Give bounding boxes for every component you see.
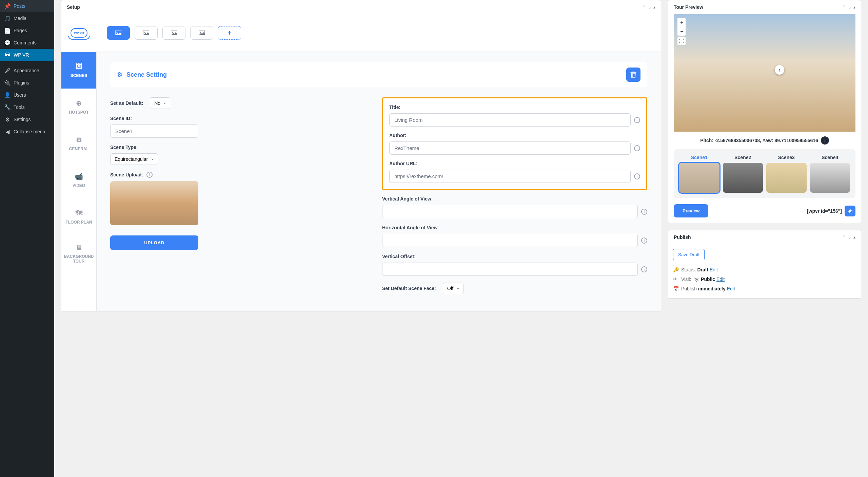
info-icon[interactable]: i — [146, 172, 153, 178]
panel-down-icon[interactable]: ⌄ — [648, 5, 651, 9]
plugins-icon: 🔌 — [4, 79, 11, 86]
strip-thumb-3[interactable] — [766, 163, 807, 193]
zoom-out-button[interactable]: − — [677, 27, 686, 36]
preview-button[interactable]: Preview — [674, 204, 708, 217]
menu-wpvr[interactable]: 🕶WP VR — [0, 49, 54, 61]
info-icon[interactable]: i — [634, 117, 640, 123]
info-icon[interactable]: i — [641, 266, 647, 272]
vertical-offset-label: Vertical Offset: — [382, 254, 647, 259]
edit-visibility-link[interactable]: Edit — [716, 276, 725, 282]
menu-plugins[interactable]: 🔌Plugins — [0, 77, 54, 89]
vertical-offset-input[interactable] — [382, 263, 638, 276]
upload-button[interactable]: UPLOAD — [110, 235, 198, 250]
menu-posts[interactable]: 📌Posts — [0, 0, 54, 12]
scene-tab-add[interactable]: + — [218, 26, 241, 40]
svg-point-3 — [144, 32, 145, 33]
scene-tab-3[interactable] — [162, 26, 185, 40]
scenes-icon: 🖼 — [76, 63, 82, 71]
set-default-select[interactable]: No — [150, 97, 170, 109]
author-input[interactable] — [389, 141, 631, 155]
preview-title: Tour Preview — [674, 4, 703, 10]
save-draft-button[interactable]: Save Draft — [673, 249, 705, 260]
title-label: Title: — [389, 104, 640, 110]
copy-shortcode-button[interactable] — [845, 206, 855, 216]
panel-toggle-icon[interactable]: ▴ — [853, 235, 855, 240]
appearance-icon: 🖌 — [4, 67, 11, 74]
arrow-down-icon[interactable]: ↓ — [821, 136, 829, 145]
menu-appearance[interactable]: 🖌Appearance — [0, 64, 54, 77]
calendar-icon: 📅 — [673, 286, 678, 291]
tab-floorplan[interactable]: 🗺 FLOOR PLAN — [61, 198, 96, 235]
info-icon[interactable]: i — [641, 209, 647, 215]
scene-type-label: Scene Type: — [110, 145, 375, 150]
svg-point-1 — [117, 32, 118, 33]
strip-thumb-1[interactable] — [679, 163, 719, 193]
scene-tab-4[interactable] — [190, 26, 213, 40]
comments-icon: 💬 — [4, 39, 11, 46]
info-icon[interactable]: i — [641, 237, 647, 244]
horizontal-angle-input[interactable] — [382, 234, 638, 247]
author-label: Author: — [389, 133, 640, 138]
video-icon: 📹 — [75, 172, 83, 180]
author-url-input[interactable] — [389, 170, 631, 183]
hotspot-marker[interactable]: ↑ — [775, 65, 784, 75]
panel-up-icon[interactable]: ⌃ — [843, 5, 846, 9]
image-icon — [115, 31, 121, 35]
scene-id-label: Scene ID: — [110, 116, 375, 121]
scene-tab-2[interactable] — [135, 26, 158, 40]
info-icon[interactable]: i — [634, 173, 640, 179]
edit-publish-link[interactable]: Edit — [727, 286, 735, 291]
tab-background[interactable]: 🖥 BACKGROUND TOUR — [61, 235, 96, 272]
vr-icon: 🕶 — [4, 52, 11, 58]
hotspot-icon: ⊕ — [76, 99, 82, 107]
vertical-angle-input[interactable] — [382, 205, 638, 218]
fullscreen-button[interactable]: ⛶ — [677, 37, 686, 45]
zoom-in-button[interactable]: + — [677, 18, 686, 27]
map-icon: 🗺 — [76, 209, 82, 217]
scene-type-select[interactable]: Equirectangular — [110, 153, 158, 165]
scene-upload-label: Scene Upload: — [110, 172, 143, 177]
panel-toggle-icon[interactable]: ▴ — [853, 5, 855, 9]
setup-title: Setup — [67, 4, 80, 10]
svg-point-7 — [200, 32, 201, 33]
scene-upload-thumbnail[interactable] — [110, 181, 198, 225]
svg-point-5 — [172, 32, 173, 33]
menu-collapse[interactable]: ◀Collapse menu — [0, 126, 54, 138]
menu-tools[interactable]: 🔧Tools — [0, 101, 54, 113]
menu-settings[interactable]: ⚙Settings — [0, 113, 54, 126]
settings-icon: ⚙ — [4, 116, 11, 123]
info-icon[interactable]: i — [634, 145, 640, 151]
panel-down-icon[interactable]: ⌄ — [848, 5, 851, 9]
tab-hotspot[interactable]: ⊕ HOTSPOT — [61, 89, 96, 125]
publish-title: Publish — [674, 234, 691, 240]
edit-status-link[interactable]: Edit — [710, 267, 718, 272]
menu-media[interactable]: 🎵Media — [0, 12, 54, 24]
author-url-label: Author URL: — [389, 161, 640, 166]
tab-video[interactable]: 📹 VIDEO — [61, 162, 96, 198]
strip-thumb-2[interactable] — [723, 163, 763, 193]
tab-scenes[interactable]: 🖼 SCENES — [61, 52, 96, 89]
panel-up-icon[interactable]: ⌃ — [843, 235, 846, 240]
media-icon: 🎵 — [4, 15, 11, 22]
wpvr-logo: WP VR — [67, 24, 91, 41]
panel-up-icon[interactable]: ⌃ — [643, 5, 646, 9]
preview-canvas[interactable]: + − ⛶ ↑ — [674, 14, 855, 132]
strip-label-4: Scene4 — [810, 155, 850, 160]
panel-down-icon[interactable]: ⌄ — [848, 235, 851, 240]
users-icon: 👤 — [4, 92, 11, 98]
tab-general[interactable]: ⚙ GENERAL — [61, 125, 96, 162]
delete-scene-button[interactable] — [626, 68, 640, 82]
default-face-select[interactable]: Off — [443, 283, 463, 294]
menu-comments[interactable]: 💬Comments — [0, 37, 54, 49]
copy-icon — [848, 209, 852, 213]
panel-toggle-icon[interactable]: ▴ — [653, 5, 655, 9]
menu-users[interactable]: 👤Users — [0, 89, 54, 101]
section-title: Scene Setting — [126, 71, 167, 78]
scene-tab-1[interactable] — [107, 26, 130, 40]
wp-admin-sidebar: 📌Posts 🎵Media 📄Pages 💬Comments 🕶WP VR 🖌A… — [0, 0, 54, 477]
menu-pages[interactable]: 📄Pages — [0, 24, 54, 37]
title-input[interactable] — [389, 113, 631, 127]
scene-id-input[interactable] — [110, 125, 198, 138]
strip-thumb-4[interactable] — [810, 163, 850, 193]
collapse-icon: ◀ — [4, 128, 11, 135]
